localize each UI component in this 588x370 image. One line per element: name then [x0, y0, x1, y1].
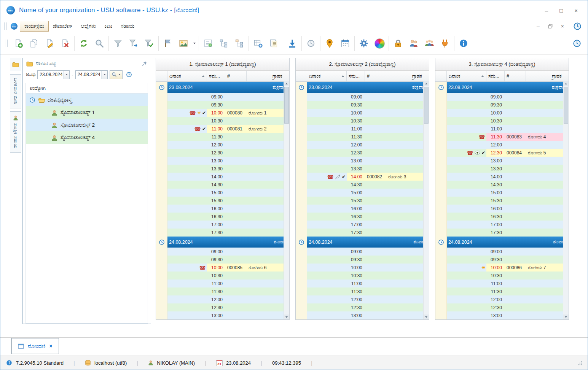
scrollbar-thumb[interactable] [284, 87, 289, 124]
scroll-up-icon[interactable] [424, 81, 429, 86]
scroll-down-icon[interactable] [284, 314, 289, 319]
form-view-button[interactable] [202, 37, 214, 49]
table-add-button[interactable] [252, 37, 264, 49]
time-slot-row[interactable]: 10:30 [435, 117, 569, 125]
time-slot-row[interactable]: 15:30 [435, 197, 569, 205]
delete-record-button[interactable] [59, 37, 71, 49]
time-slot-row[interactable]: 11:00 [156, 279, 289, 287]
time-slot-row[interactable]: 11:00 [296, 125, 429, 133]
time-slot-row[interactable]: 13:30 [156, 165, 289, 173]
date-column-header[interactable]: ದಿನಾಂಕ [167, 71, 207, 81]
client-column-header[interactable]: ಗ್ರಾಹಕ [247, 71, 289, 81]
scroll-down-icon[interactable] [563, 314, 569, 319]
tree-folder-row[interactable]: ದಂತವೈದ್ಯಶಾಸ್ತ್ರ [26, 94, 148, 106]
time-slot-row[interactable]: 14:00 [435, 173, 569, 181]
menu-program[interactable]: ಕಾರ್ಯಕ್ರಮ [20, 21, 49, 32]
time-slot-row[interactable]: 16:30 [156, 213, 289, 221]
user-group-button[interactable] [423, 37, 435, 49]
filter-apply-button[interactable] [127, 37, 140, 49]
time-slot-row[interactable]: 13:30 [435, 165, 569, 173]
time-slot-row[interactable]: 13:00 [156, 157, 289, 165]
scroll-up-icon[interactable] [563, 81, 569, 86]
day-header-row[interactable]: 23.08.2024ಶುಕ್ರವಾರ [156, 82, 289, 93]
flag-button[interactable] [162, 37, 174, 49]
user-card-button[interactable] [408, 37, 420, 49]
time-slot-row[interactable]: 13:00 [435, 311, 569, 319]
time-slot-row[interactable]: 12:00 [435, 141, 569, 149]
time-slot-row[interactable]: 11:30 [156, 287, 289, 295]
time-slot-row[interactable]: 14:30 [296, 181, 429, 189]
time-slot-row[interactable]: 15:30 [296, 197, 429, 205]
time-slot-row[interactable]: 10:30 [296, 117, 429, 125]
schedule-clock-button[interactable] [124, 70, 134, 79]
tree-expand-button[interactable] [233, 37, 245, 49]
scroll-down-icon[interactable] [424, 314, 429, 319]
time-slot-row[interactable]: 09:00 [435, 93, 569, 101]
number-column-header[interactable]: # [365, 71, 386, 81]
date-column-header[interactable]: ದಿನಾಂಕ [307, 71, 347, 81]
time-slot-row[interactable]: 11:00 [435, 125, 569, 133]
appointment-row[interactable]: ☎✔14:00000082ರೋಗಿಯ 3 [296, 173, 429, 181]
appointment-row[interactable]: ☎✔11:00000081ರೋಗಿಯ 2 [156, 125, 289, 133]
time-slot-row[interactable]: 14:00 [156, 173, 289, 181]
date-from-input[interactable]: 23.08.2024 [37, 70, 70, 79]
day-header-row[interactable]: 23.08.2024ಶುಕ್ರವಾರ [435, 82, 569, 93]
time-slot-row[interactable]: 16:00 [435, 205, 569, 213]
client-column-header[interactable]: ಗ್ರಾಹಕ [386, 71, 429, 81]
time-column-header[interactable]: ಸಮ... [347, 71, 365, 81]
time-slot-row[interactable]: 09:30 [156, 256, 289, 264]
filter-button[interactable] [112, 37, 124, 49]
day-header-row[interactable]: 23.08.2024ಶುಕ್ರವಾರ [296, 82, 429, 93]
tree-collapse-button[interactable] [218, 37, 230, 49]
appointment-row[interactable]: ☎10:00000085ರೋಗಿಯ 6 [156, 264, 289, 272]
time-slot-row[interactable]: 09:30 [435, 256, 569, 264]
time-slot-row[interactable]: 10:30 [156, 272, 289, 279]
time-slot-row[interactable]: 15:30 [156, 197, 289, 205]
time-slot-row[interactable]: 09:00 [156, 93, 289, 101]
appointment-row[interactable]: ✳10:00000086ರೋಗಿಯ 7 [435, 264, 569, 272]
time-slot-row[interactable]: 17:00 [435, 221, 569, 229]
time-slot-row[interactable]: 09:30 [435, 101, 569, 109]
time-slot-row[interactable]: 11:30 [156, 133, 289, 141]
time-slot-row[interactable]: 16:30 [435, 213, 569, 221]
time-slot-row[interactable]: 12:30 [435, 303, 569, 311]
plug-button[interactable] [439, 37, 451, 49]
resize-grip[interactable] [577, 360, 582, 365]
time-slot-row[interactable]: 12:00 [435, 295, 569, 303]
settings-gear-button[interactable] [358, 37, 370, 49]
day-header-row[interactable]: 24.08.2024ಶನಿವಾರ [435, 237, 569, 248]
time-slot-row[interactable]: 12:30 [296, 303, 429, 311]
time-slot-row[interactable]: 12:30 [156, 149, 289, 157]
time-slot-row[interactable]: 13:00 [296, 157, 429, 165]
time-slot-row[interactable]: 13:00 [156, 311, 289, 319]
time-slot-row[interactable]: 09:30 [296, 101, 429, 109]
time-slot-row[interactable]: 09:00 [296, 93, 429, 101]
time-slot-row[interactable]: 16:30 [296, 213, 429, 221]
sidebar-tab-user-menu[interactable]: ಬಳಕೆದಾರ ಮೆನು [10, 74, 21, 108]
time-slot-row[interactable]: 09:30 [296, 256, 429, 264]
export-button[interactable] [286, 37, 298, 49]
time-slot-row[interactable]: 16:00 [296, 205, 429, 213]
time-slot-row[interactable]: 17:30 [435, 229, 569, 237]
time-slot-row[interactable]: 17:30 [296, 229, 429, 237]
appointment-row[interactable]: ☎11:30000083ರೋಗಿಯ 4 [435, 133, 569, 141]
time-slot-row[interactable]: 12:00 [156, 141, 289, 149]
menu-commands[interactable]: ಆಜ್ಞೆಗಳು [77, 21, 100, 31]
clock-button[interactable] [571, 37, 583, 49]
tree-person-row[interactable]: ಸ್ಟೊಮಾಟಾಲಜಿಸ್ಟ್ 1 [26, 106, 148, 119]
time-slot-row[interactable]: 10:30 [156, 117, 289, 125]
time-slot-row[interactable]: 13:30 [296, 165, 429, 173]
new-record-button[interactable] [12, 37, 24, 49]
tab-registration[interactable]: ನೋಂದಣಿ × [11, 338, 59, 354]
search-button[interactable] [93, 37, 105, 49]
scrollbar-thumb[interactable] [424, 87, 429, 124]
time-slot-row[interactable]: 11:30 [296, 133, 429, 141]
time-slot-row[interactable]: 13:00 [296, 311, 429, 319]
time-slot-row[interactable]: 11:00 [296, 279, 429, 287]
refresh-button[interactable] [78, 37, 90, 49]
time-slot-row[interactable]: 11:00 [435, 279, 569, 287]
edit-record-button[interactable] [43, 37, 56, 49]
report-button[interactable] [268, 37, 280, 49]
time-slot-row[interactable]: 13:00 [435, 157, 569, 165]
time-slot-row[interactable]: 10:00 [435, 109, 569, 117]
